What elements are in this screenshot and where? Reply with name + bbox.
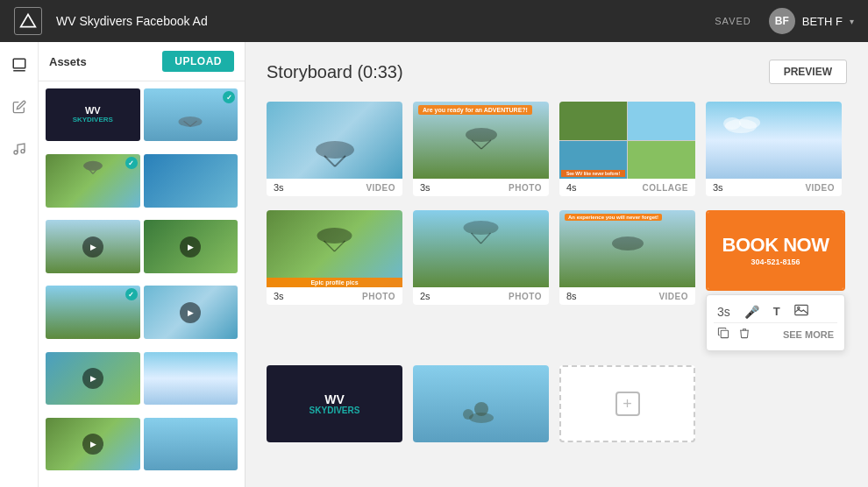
storyboard-title: Storyboard (0:33) [267,62,403,82]
card-duration: 2s [420,291,430,301]
storyboard-row: 3s VIDEO Are you ready for an ADVENTURE?… [267,102,847,196]
list-item[interactable] [46,352,140,405]
svg-rect-1 [13,59,25,68]
sidebar-icon-rail [0,42,39,487]
list-item[interactable] [144,220,238,272]
mic-icon[interactable]: 🎤 [744,305,759,319]
storyboard-header: Storyboard (0:33) PREVIEW [267,60,847,84]
toolbar-top-row: 3s 🎤 T [714,300,837,323]
storyboard-card[interactable]: 3s VIDEO [267,102,402,196]
main-layout: Assets UPLOAD WV SKYDIVERS [0,42,868,487]
card-type: COLLAGE [643,183,688,193]
list-item[interactable] [144,418,238,470]
list-item[interactable] [144,154,238,207]
storyboard-card[interactable]: Are you ready for an ADVENTURE?! 3s PHOT… [413,102,549,196]
project-title: WV Skydivers Facebook Ad [56,14,715,28]
svg-point-19 [739,116,760,129]
edit-icon[interactable] [7,95,32,119]
storyboard-card[interactable]: 2s PHOTO [413,210,549,305]
selected-check: ✓ [125,288,138,300]
upload-button[interactable]: UPLOAD [162,51,234,72]
book-now-title: BOOK NOW [722,236,829,255]
chevron-down-icon: ▾ [850,17,854,26]
assets-grid: WV SKYDIVERS ✓ [39,81,245,487]
booknow-card-group: BOOK NOW 304-521-8156 3s 🎤 T [706,210,845,351]
svg-point-4 [21,150,25,153]
preview-button[interactable]: PREVIEW [769,60,847,84]
toolbar-bottom-row: SEE MORE [714,323,837,345]
svg-point-18 [723,117,741,130]
assets-header: Assets UPLOAD [39,42,245,81]
svg-point-20 [317,228,352,244]
list-item[interactable] [144,352,238,405]
card-type: VIDEO [805,183,835,193]
storyboard-card[interactable]: WV SKYDIVERS [267,365,402,442]
see-more-button[interactable]: SEE MORE [783,329,834,340]
selected-check: ✓ [125,157,138,169]
card-type: PHOTO [509,292,542,301]
copy-icon[interactable] [717,327,729,342]
sidebar: Assets UPLOAD WV SKYDIVERS [0,42,245,487]
list-item[interactable]: WV SKYDIVERS [46,88,140,141]
text-icon[interactable]: T [773,305,780,318]
svg-point-5 [179,116,203,127]
card-duration: 3s [420,182,430,193]
svg-point-8 [83,161,103,171]
storyboard-card[interactable]: An experience you will never forget! 8s … [559,210,695,305]
assets-icon[interactable] [7,53,32,77]
storyboard-row: WV SKYDIVERS + [267,365,847,442]
content-area: Storyboard (0:33) PREVIEW 3s VIDEO [245,42,868,487]
card-duration: 3s [274,182,284,193]
avatar: BF [769,8,795,34]
svg-point-23 [463,221,498,235]
storyboard-card[interactable]: Epic profile pics 3s PHOTO [267,210,402,305]
add-icon: + [615,392,640,416]
card-toolbar: 3s 🎤 T [706,294,845,351]
topbar: WV Skydivers Facebook Ad SAVED BF BETH F… [0,0,868,42]
list-item[interactable]: ✓ [144,88,238,141]
username: BETH F [802,15,843,28]
card-type: VIDEO [366,183,395,193]
svg-point-11 [316,141,354,159]
app-logo[interactable] [14,7,42,35]
list-item[interactable] [144,286,238,338]
list-item[interactable] [46,418,140,470]
duration-label: 3s [717,305,730,319]
storyboard-card[interactable] [413,365,549,442]
selected-check: ✓ [223,91,235,103]
card-duration: 8s [566,291,577,301]
book-now-phone: 304-521-8156 [751,258,800,266]
card-type: VIDEO [658,292,688,301]
card-duration: 3s [274,291,284,301]
card-type: PHOTO [509,183,542,193]
add-card-button[interactable]: + [559,365,695,442]
saved-status: SAVED [715,16,751,26]
list-item[interactable] [46,220,140,272]
assets-panel: Assets UPLOAD WV SKYDIVERS [39,42,245,487]
card-duration: 3s [713,182,723,193]
list-item[interactable]: ✓ [46,286,140,338]
assets-title: Assets [49,55,87,68]
storyboard-row: Epic profile pics 3s PHOTO 2s [267,210,847,351]
card-type: PHOTO [362,292,395,301]
delete-icon[interactable] [738,327,751,342]
svg-point-32 [463,409,473,420]
svg-point-14 [466,128,497,142]
list-item[interactable]: ✓ [46,154,140,207]
storyboard-card-booknow[interactable]: BOOK NOW 304-521-8156 [706,210,845,291]
music-icon[interactable] [7,137,32,161]
card-duration: 4s [566,182,577,193]
storyboard-card[interactable]: 3s VIDEO [706,102,842,196]
user-menu[interactable]: BF BETH F ▾ [769,8,854,34]
svg-point-28 [797,307,799,308]
svg-point-26 [612,236,644,251]
svg-marker-0 [21,15,36,27]
svg-rect-29 [721,330,728,337]
svg-point-3 [14,151,18,154]
image-add-icon[interactable] [794,304,808,319]
storyboard-card[interactable]: See WV like never before! 4s COLLAGE [559,102,695,196]
